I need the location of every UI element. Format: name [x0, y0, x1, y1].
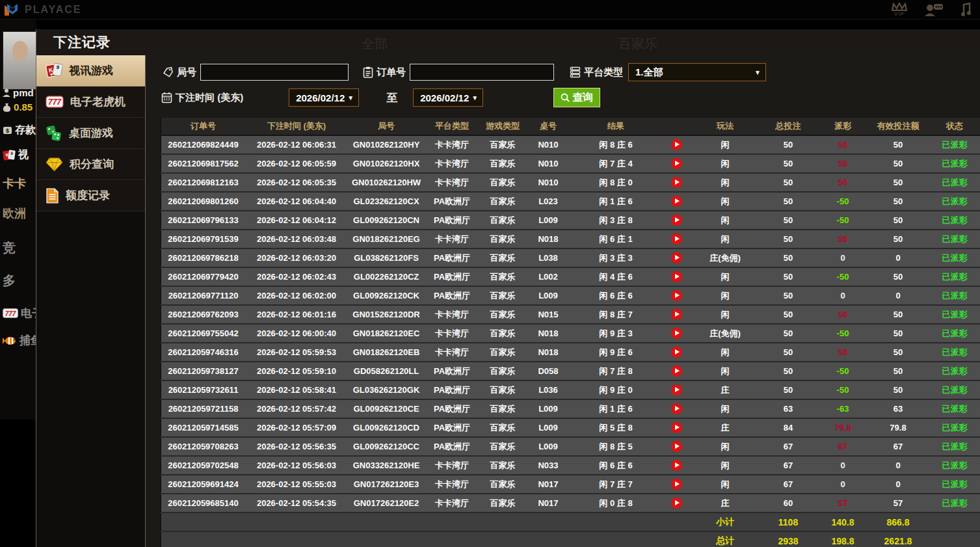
cell-payout: -50: [817, 211, 868, 230]
cell-result: 闲 4 庄 6: [570, 267, 661, 286]
platform-type-value: 1.全部: [635, 66, 663, 79]
cell-game: 百家乐: [479, 343, 526, 362]
cell-result: 闲 8 庄 5: [570, 437, 661, 456]
replay-video-button[interactable]: [671, 403, 682, 414]
cell-bet_type: 闲: [691, 286, 759, 305]
brand-name: PLAYACE: [25, 4, 82, 16]
search-button[interactable]: 查询: [553, 88, 600, 107]
replay-video-button[interactable]: [671, 422, 682, 433]
replay-video-button[interactable]: [671, 479, 682, 490]
cell-time: 2026-02-12 05:59:10: [245, 362, 348, 380]
cell-play_icon: [661, 173, 691, 192]
music-note-icon[interactable]: [960, 3, 971, 17]
table-row: 2602120597025482026-02-12 05:56:03GN0332…: [161, 456, 980, 475]
replay-video-button[interactable]: [671, 139, 682, 150]
cell-bet_type: 庄(免佣): [691, 324, 759, 343]
sidebar-item-video-games[interactable]: K♥9视讯游戏: [36, 55, 145, 87]
cell-valid_bet: 50: [868, 230, 928, 248]
replay-video-button[interactable]: [671, 347, 682, 358]
support-chat-icon[interactable]: [924, 3, 944, 17]
sidebar-menu-filler: [36, 211, 145, 547]
sidebar-item-quota-records[interactable]: 额度记录: [36, 180, 145, 211]
cell-total_bet: 67: [759, 456, 817, 475]
column-header-result: 结果: [570, 118, 661, 135]
column-header-order: 订单号: [161, 118, 245, 135]
cell-table: N010: [526, 173, 570, 192]
cell-table: N018: [526, 230, 570, 248]
sidebar-item-points-query[interactable]: 积分查询: [36, 149, 145, 180]
cell-valid_bet: 50: [868, 154, 928, 173]
cell-time: 2026-02-12 06:05:35: [245, 173, 348, 192]
cell-order: 260212059714585: [161, 418, 245, 437]
platform-type-label-group: 平台类型: [570, 66, 623, 79]
replay-video-button[interactable]: [671, 215, 682, 226]
replay-video-button[interactable]: [671, 328, 682, 339]
cell-platform: PA欧洲厅: [425, 267, 479, 286]
cell-table: N015: [526, 305, 570, 324]
replay-video-button[interactable]: [671, 196, 682, 207]
cell-play_icon: [661, 362, 691, 380]
sidebar-item-slots[interactable]: 777电子老虎机: [36, 87, 145, 118]
cell-table: N010: [526, 154, 570, 173]
background-nav-jing[interactable]: 竞: [3, 239, 16, 257]
cell-result: 闲 9 庄 6: [570, 343, 661, 362]
replay-video-button[interactable]: [671, 290, 682, 301]
cell-round: GL002262120CZ: [348, 267, 425, 286]
replay-video-button[interactable]: [671, 441, 682, 452]
cell-payout: 50: [817, 305, 868, 324]
bet-records-table: 订单号下注时间 (美东)局号平台类型游戏类型桌号结果玩法总投注派彩有效投注额状态…: [160, 118, 980, 547]
replay-video-button[interactable]: [671, 366, 682, 377]
cell-bet_type: 闲: [691, 154, 759, 173]
sidebar-item-label: 桌面游戏: [69, 126, 113, 140]
column-header-game: 游戏类型: [479, 118, 526, 135]
bet-time-label-group: 下注时间 (美东): [161, 92, 243, 104]
replay-video-button[interactable]: [671, 252, 682, 263]
replay-video-button[interactable]: [671, 233, 682, 245]
cell-game: 百家乐: [479, 494, 526, 513]
background-nav-duo[interactable]: 多: [3, 272, 16, 289]
cell-platform: PA欧洲厅: [425, 380, 479, 399]
background-hall-europe[interactable]: 欧洲: [3, 206, 26, 221]
cell-play_icon: [661, 475, 691, 494]
cell-total_bet: 50: [759, 324, 817, 343]
cell-result: 闲 6 庄 6: [570, 456, 661, 475]
slots-777-icon: 777: [46, 96, 64, 108]
column-header-table: 桌号: [526, 118, 570, 135]
replay-video-button[interactable]: [671, 309, 682, 320]
background-deposit[interactable]: $ 存款: [3, 124, 36, 137]
cell-payout: 50: [817, 135, 868, 154]
background-video-games[interactable]: K9 视: [3, 148, 29, 162]
replay-video-button[interactable]: [671, 158, 682, 169]
cell-total_bet: 84: [759, 418, 817, 437]
replay-video-button[interactable]: [671, 177, 682, 188]
tag-icon: [163, 67, 174, 78]
background-hall-kaka[interactable]: 卡卡: [3, 176, 26, 191]
round-no-input[interactable]: [200, 64, 349, 81]
cell-play_icon: [661, 456, 691, 475]
cell-result: 闲 9 庄 3: [570, 324, 661, 343]
replay-video-button[interactable]: [671, 460, 682, 471]
bet-date-to-select[interactable]: 2026/02/12: [413, 88, 483, 107]
cell-result: 闲 1 庄 6: [570, 192, 661, 211]
cell-payout: -50: [817, 267, 868, 286]
sidebar-item-table-games[interactable]: 桌面游戏: [36, 118, 145, 149]
cell-order: 260212059691424: [161, 475, 245, 494]
slots-777-icon: 777: [3, 308, 18, 318]
replay-video-button[interactable]: [671, 271, 682, 282]
cell-order: 260212069791539: [161, 230, 245, 248]
background-fishing[interactable]: 捕鱼: [3, 333, 36, 348]
cell-round: GL038262120FS: [348, 248, 425, 267]
replay-video-button[interactable]: [671, 384, 682, 395]
bet-date-from-select[interactable]: 2026/02/12: [289, 88, 359, 107]
cell-payout: 50: [817, 343, 868, 362]
order-no-input[interactable]: [410, 64, 554, 81]
round-no-label-group: 局号: [163, 66, 196, 79]
cell-time: 2026-02-12 05:54:35: [245, 494, 348, 513]
column-header-bet_type: 玩法: [691, 118, 759, 135]
background-slots[interactable]: 777 电子: [3, 306, 36, 321]
replay-video-button[interactable]: [671, 498, 682, 509]
svg-text:777: 777: [5, 310, 16, 317]
crown-vip-icon[interactable]: VIP: [892, 3, 907, 17]
cell-platform: 卡卡湾厅: [425, 135, 479, 154]
platform-type-select[interactable]: 1.全部: [628, 63, 766, 81]
